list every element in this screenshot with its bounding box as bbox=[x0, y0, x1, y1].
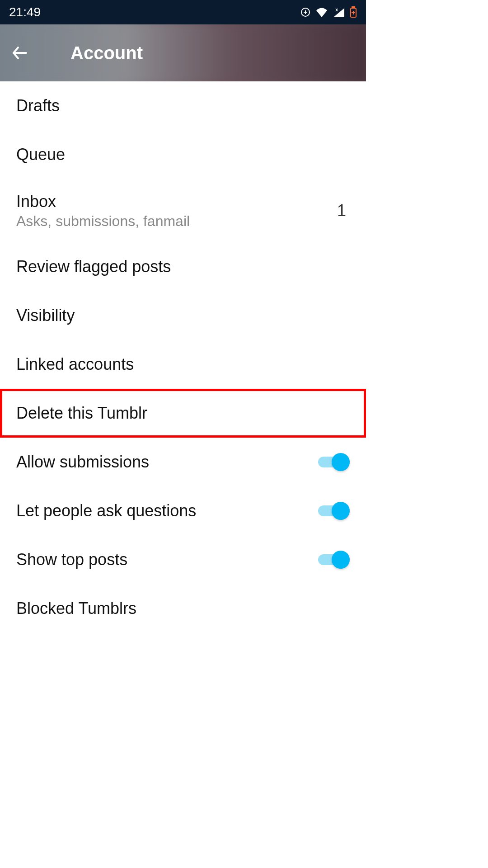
cell-signal-icon: x bbox=[333, 7, 345, 17]
list-item-allow-submissions[interactable]: Allow submissions bbox=[0, 438, 366, 486]
list-item-label: Allow submissions bbox=[16, 453, 149, 472]
toggle-show-top-posts[interactable] bbox=[318, 551, 350, 569]
toggle-ask-questions[interactable] bbox=[318, 502, 350, 520]
back-button[interactable] bbox=[10, 43, 30, 63]
list-item-label: Let people ask questions bbox=[16, 501, 196, 520]
list-item-label: Visibility bbox=[16, 306, 75, 325]
list-item-label: Queue bbox=[16, 145, 65, 164]
list-item-label: Inbox bbox=[16, 192, 190, 211]
status-bar: 21:49 x bbox=[0, 0, 366, 24]
data-saver-icon bbox=[300, 7, 311, 18]
list-item-blocked-tumblrs[interactable]: Blocked Tumblrs bbox=[0, 584, 366, 633]
list-item-review-flagged[interactable]: Review flagged posts bbox=[0, 242, 366, 291]
list-item-linked-accounts[interactable]: Linked accounts bbox=[0, 340, 366, 389]
list-item-sublabel: Asks, submissions, fanmail bbox=[16, 213, 190, 230]
list-item-visibility[interactable]: Visibility bbox=[0, 291, 366, 340]
list-item-queue[interactable]: Queue bbox=[0, 130, 366, 179]
list-item-label: Delete this Tumblr bbox=[16, 404, 147, 423]
list-item-inbox[interactable]: Inbox Asks, submissions, fanmail 1 bbox=[0, 179, 366, 242]
settings-list: Drafts Queue Inbox Asks, submissions, fa… bbox=[0, 81, 366, 633]
list-item-delete-tumblr[interactable]: Delete this Tumblr bbox=[0, 389, 366, 438]
list-item-label: Linked accounts bbox=[16, 355, 134, 374]
list-item-label: Blocked Tumblrs bbox=[16, 599, 136, 618]
list-item-label: Drafts bbox=[16, 96, 60, 115]
status-time: 21:49 bbox=[9, 5, 41, 19]
list-item-drafts[interactable]: Drafts bbox=[0, 81, 366, 130]
app-header: Account bbox=[0, 24, 366, 81]
toggle-allow-submissions[interactable] bbox=[318, 453, 350, 471]
arrow-left-icon bbox=[11, 44, 29, 62]
wifi-icon bbox=[315, 7, 328, 17]
battery-icon bbox=[350, 6, 357, 18]
list-item-label: Show top posts bbox=[16, 550, 127, 569]
page-title: Account bbox=[70, 43, 143, 63]
list-item-show-top-posts[interactable]: Show top posts bbox=[0, 535, 366, 584]
svg-text:x: x bbox=[335, 7, 338, 12]
list-item-ask-questions[interactable]: Let people ask questions bbox=[0, 486, 366, 535]
list-item-label: Review flagged posts bbox=[16, 257, 171, 276]
inbox-count: 1 bbox=[337, 201, 350, 220]
status-icons: x bbox=[300, 6, 357, 18]
svg-rect-5 bbox=[352, 7, 355, 8]
